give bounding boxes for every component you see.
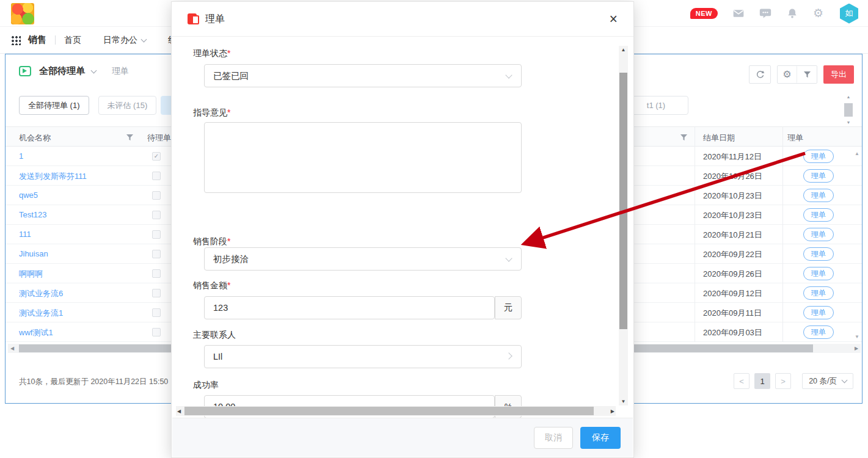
name-filter-icon[interactable]	[126, 134, 134, 141]
opportunity-link[interactable]: 啊啊啊	[19, 269, 43, 280]
cancel-button[interactable]: 取消	[534, 427, 573, 449]
lidan-button[interactable]: 理单	[803, 247, 834, 261]
chevron-right-icon	[505, 352, 512, 359]
modal-title: 理单	[205, 13, 225, 26]
close-date: 2020年09月11日	[703, 308, 762, 319]
lidan-button[interactable]: 理单	[803, 286, 834, 300]
lidan-button[interactable]: 理单	[803, 306, 834, 319]
scroll-thumb[interactable]	[619, 73, 627, 329]
amount-input[interactable]: 123 元	[204, 296, 495, 319]
opportunity-link[interactable]: 测试业务流6	[19, 288, 63, 299]
col-header-name[interactable]: 机会名称	[19, 133, 51, 144]
current-page[interactable]: 1	[754, 373, 770, 389]
scroll-up-icon[interactable]: ▲	[619, 47, 628, 53]
pending-checkbox[interactable]	[152, 172, 161, 180]
chevron-down-icon	[141, 36, 147, 42]
filter-button-unevaluated[interactable]: 未评估 (15)	[98, 96, 157, 115]
view-chevron-down-icon[interactable]	[91, 67, 97, 73]
scroll-thumb[interactable]	[844, 103, 853, 117]
modal-footer: 取消 保存	[172, 418, 633, 457]
scroll-left-icon[interactable]: ◀	[8, 346, 16, 351]
refresh-button[interactable]	[749, 65, 771, 84]
save-button[interactable]: 保存	[580, 427, 621, 449]
app-logo[interactable]	[11, 3, 34, 24]
modal-vertical-scrollbar[interactable]: ▲ ▼	[619, 46, 628, 405]
column-gear-icon[interactable]: ⚙	[778, 66, 797, 83]
pagination: < 1 > 20 条/页	[734, 373, 853, 389]
avatar[interactable]: 如	[840, 4, 858, 24]
modal-header: 理单 ×	[172, 2, 633, 37]
mail-icon[interactable]	[732, 7, 745, 20]
lidan-modal: 理单 × 理单状态* 已签已回 指导意见* 销售阶段* 初步接洽 销售金额* 1…	[171, 1, 634, 458]
page-size-select[interactable]: 20 条/页	[802, 373, 853, 389]
opportunity-link[interactable]: Test123	[19, 210, 47, 219]
nav-item-home[interactable]: 首页	[64, 35, 81, 46]
field-label-stage: 销售阶段*	[193, 236, 230, 247]
opportunity-link[interactable]: 1	[19, 151, 23, 161]
chat-icon[interactable]	[759, 7, 771, 20]
list-toolbar: ⚙ 导出	[749, 65, 854, 84]
lidan-button[interactable]: 理单	[803, 267, 834, 280]
lidan-button[interactable]: 理单	[803, 169, 834, 183]
scroll-down-icon[interactable]: ▼	[619, 399, 628, 404]
column-divider	[695, 126, 695, 342]
pending-checkbox[interactable]	[152, 308, 161, 317]
col-header-close-date[interactable]: 结单日期	[703, 133, 735, 144]
tabs-scrollbar[interactable]: ▲ ▼	[844, 95, 853, 125]
new-badge[interactable]: NEW	[690, 8, 718, 19]
export-button[interactable]: 导出	[823, 65, 854, 84]
date-filter-icon[interactable]	[680, 134, 688, 141]
pending-checkbox[interactable]	[152, 269, 161, 278]
filter-button-all-pending[interactable]: 全部待理单 (1)	[19, 96, 89, 115]
bell-icon[interactable]	[786, 7, 798, 20]
view-header: 全部待理单 理单	[19, 65, 129, 77]
modal-horizontal-scrollbar[interactable]: ◀ ▶	[176, 406, 616, 416]
required-asterisk: *	[227, 107, 230, 117]
prev-page-button[interactable]: <	[734, 373, 749, 389]
contact-lookup-input[interactable]: LIl	[204, 345, 522, 368]
scroll-right-icon[interactable]: ▶	[611, 409, 615, 414]
view-title[interactable]: 全部待理单	[39, 65, 85, 77]
view-icon	[19, 66, 31, 76]
table-scroll-down-icon[interactable]: ▼	[855, 334, 859, 340]
close-date: 2020年10月26日	[703, 171, 762, 182]
close-date: 2020年10月21日	[703, 230, 762, 241]
opportunity-link[interactable]: 测试业务流1	[19, 308, 63, 319]
close-icon[interactable]: ×	[610, 13, 618, 25]
opportunity-link[interactable]: qwe5	[19, 191, 38, 200]
opportunity-link[interactable]: 111	[19, 230, 31, 239]
pending-checkbox[interactable]	[152, 289, 161, 297]
pending-checkbox[interactable]	[152, 211, 161, 219]
col-header-pending[interactable]: 待理单	[147, 133, 171, 144]
filter-funnel-button[interactable]	[797, 66, 817, 83]
pending-checkbox[interactable]	[152, 250, 161, 258]
pending-checkbox[interactable]	[152, 191, 161, 200]
stage-select[interactable]: 初步接洽	[204, 247, 522, 271]
settings-gear-icon[interactable]: ⚙	[813, 7, 825, 20]
next-page-button[interactable]: >	[775, 373, 791, 389]
status-select[interactable]: 已签已回	[204, 64, 522, 87]
lidan-button[interactable]: 理单	[803, 208, 834, 222]
nav-item-daily[interactable]: 日常办公	[103, 35, 146, 46]
scroll-up-icon[interactable]: ▲	[847, 95, 851, 100]
table-scroll-up-icon[interactable]: ▲	[855, 151, 859, 156]
guidance-textarea[interactable]	[204, 122, 522, 193]
lidan-button[interactable]: 理单	[803, 150, 834, 163]
scroll-right-icon[interactable]: ▶	[852, 346, 861, 351]
scroll-down-icon[interactable]: ▼	[847, 120, 851, 125]
scroll-left-icon[interactable]: ◀	[177, 409, 181, 414]
pending-checkbox[interactable]	[152, 328, 161, 336]
opportunity-link[interactable]: wwf测试1	[19, 327, 53, 338]
opportunity-link[interactable]: 发送到发斯蒂芬111	[19, 171, 87, 182]
chevron-down-icon	[505, 71, 512, 78]
lidan-button[interactable]: 理单	[803, 228, 834, 241]
lidan-button[interactable]: 理单	[803, 325, 834, 339]
pending-checkbox[interactable]	[152, 230, 161, 239]
lidan-button[interactable]: 理单	[803, 189, 834, 202]
pending-checkbox[interactable]	[152, 152, 161, 161]
scroll-thumb[interactable]	[184, 407, 594, 415]
field-label-success-rate: 成功率	[193, 380, 219, 391]
opportunity-link[interactable]: Jihuisan	[19, 249, 48, 258]
field-label-status: 理单状态*	[193, 48, 230, 59]
apps-grid-icon[interactable]	[11, 35, 21, 45]
